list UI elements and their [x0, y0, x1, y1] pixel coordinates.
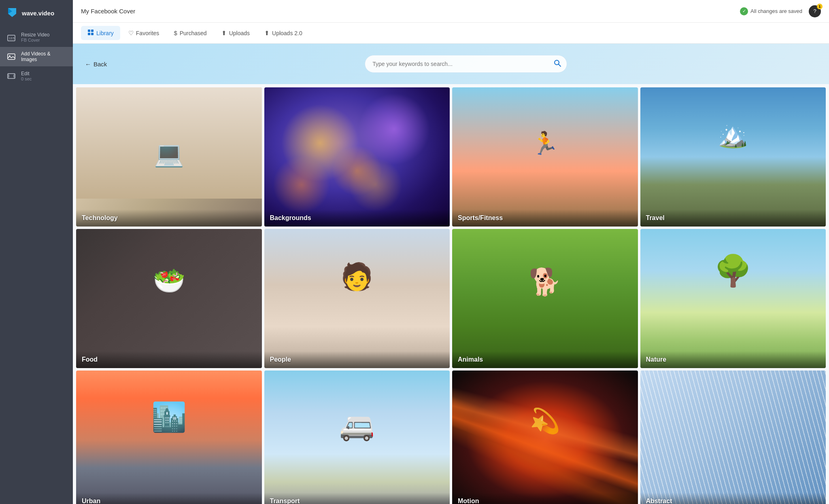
svg-rect-14	[91, 33, 94, 35]
svg-rect-13	[88, 33, 90, 35]
help-button[interactable]: ? 1	[809, 5, 821, 17]
urban-label: Urban	[76, 493, 262, 504]
sports-label: Sports/Fitness	[452, 210, 638, 227]
nature-label: Nature	[640, 351, 826, 368]
animals-label: Animals	[452, 351, 638, 368]
travel-label: Travel	[640, 210, 826, 227]
category-food[interactable]: Food	[76, 229, 262, 368]
status-text: All changes are saved	[750, 8, 802, 14]
svg-rect-12	[91, 30, 94, 32]
tab-uploads2-label: Uploads 2.0	[272, 30, 302, 36]
film-icon	[6, 70, 17, 82]
sidebar-resize-label: Resize Video	[21, 32, 50, 38]
tab-uploads-label: Uploads	[229, 30, 250, 36]
search-banner: ← Back	[73, 44, 829, 84]
logo-icon	[6, 6, 19, 19]
motion-label: Motion	[452, 493, 638, 504]
category-sports[interactable]: Sports/Fitness	[452, 87, 638, 227]
food-label: Food	[76, 351, 262, 368]
sidebar: wave.video 13:5 Resize Video FB Cover	[0, 0, 73, 504]
topbar: My Facebook Cover ✓ All changes are save…	[73, 0, 829, 23]
tabs: Library ♡ Favorites $ Purchased ⬆ Upload…	[73, 23, 829, 44]
sidebar-item-edit[interactable]: Edit 0 sec	[0, 66, 73, 86]
category-backgrounds[interactable]: Backgrounds	[264, 87, 450, 227]
sidebar-addmedia-label: Add Videos & Images	[21, 51, 67, 62]
people-label: People	[264, 351, 450, 368]
category-technology[interactable]: Technology	[76, 87, 262, 227]
sidebar-edit-label: Edit	[21, 71, 32, 76]
backgrounds-label: Backgrounds	[264, 210, 450, 227]
heart-icon: ♡	[128, 30, 134, 37]
category-nature[interactable]: Nature	[640, 229, 826, 368]
content-area: ← Back Technology Backgrounds	[73, 44, 829, 504]
category-abstract[interactable]: Abstract	[640, 371, 826, 504]
abstract-label: Abstract	[640, 493, 826, 504]
upload-icon: ⬆	[221, 30, 227, 37]
check-icon: ✓	[740, 7, 748, 15]
image-icon	[6, 51, 17, 62]
sidebar-nav: 13:5 Resize Video FB Cover Add Videos & …	[0, 26, 73, 87]
search-input[interactable]	[365, 55, 567, 73]
upload2-icon: ⬆	[264, 30, 270, 37]
category-motion[interactable]: Motion	[452, 371, 638, 504]
tab-favorites[interactable]: ♡ Favorites	[122, 26, 166, 40]
category-transport[interactable]: Transport	[264, 371, 450, 504]
transport-label: Transport	[264, 493, 450, 504]
category-grid: Technology Backgrounds Sports/Fitness Tr…	[73, 84, 829, 504]
back-label: Back	[94, 61, 107, 68]
main-content: My Facebook Cover ✓ All changes are save…	[73, 0, 829, 504]
dollar-icon: $	[174, 30, 177, 36]
app-name: wave.video	[22, 10, 54, 17]
back-button[interactable]: ← Back	[85, 61, 107, 68]
notification-badge: 1	[817, 4, 823, 9]
svg-line-16	[559, 64, 561, 66]
sidebar-edit-sub: 0 sec	[21, 76, 32, 81]
tab-purchased[interactable]: $ Purchased	[167, 26, 213, 40]
grid-icon	[87, 29, 94, 37]
resize-icon: 13:5	[6, 32, 17, 43]
tab-library-label: Library	[96, 30, 114, 36]
category-animals[interactable]: Animals	[452, 229, 638, 368]
back-arrow-icon: ←	[85, 61, 91, 68]
svg-rect-11	[88, 30, 90, 32]
tab-favorites-label: Favorites	[136, 30, 159, 36]
save-status: ✓ All changes are saved	[740, 7, 802, 15]
svg-rect-4	[8, 54, 15, 59]
sidebar-item-add-media[interactable]: Add Videos & Images	[0, 47, 73, 66]
tab-library[interactable]: Library	[81, 26, 120, 40]
search-bar	[365, 55, 567, 73]
svg-text:13:5: 13:5	[9, 37, 15, 40]
tab-purchased-label: Purchased	[180, 30, 207, 36]
category-people[interactable]: People	[264, 229, 450, 368]
sidebar-resize-sub: FB Cover	[21, 38, 50, 42]
category-travel[interactable]: Travel	[640, 87, 826, 227]
technology-label: Technology	[76, 210, 262, 227]
logo[interactable]: wave.video	[0, 0, 73, 26]
sidebar-item-resize[interactable]: 13:5 Resize Video FB Cover	[0, 28, 73, 47]
tab-uploads[interactable]: ⬆ Uploads	[215, 26, 256, 40]
search-icon[interactable]	[553, 59, 561, 69]
category-urban[interactable]: Urban	[76, 371, 262, 504]
project-title[interactable]: My Facebook Cover	[81, 8, 733, 15]
tab-uploads2[interactable]: ⬆ Uploads 2.0	[258, 26, 309, 40]
